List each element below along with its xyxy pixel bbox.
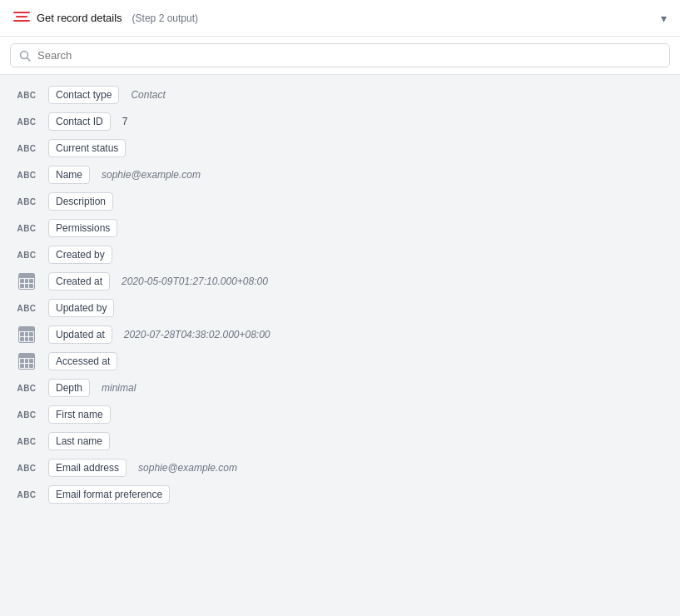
row-name: ABCNamesophie@example.com xyxy=(0,161,680,188)
chevron-down-icon[interactable]: ▾ xyxy=(661,12,667,25)
abc-type-icon: ABC xyxy=(13,432,40,450)
field-label-updated-by[interactable]: Updated by xyxy=(48,299,114,317)
field-label-contact-type[interactable]: Contact type xyxy=(48,86,119,104)
row-updated-at: Updated at2020-07-28T04:38:02.000+08:00 xyxy=(0,321,680,348)
field-label-current-status[interactable]: Current status xyxy=(48,139,126,157)
row-last-name: ABCLast name xyxy=(0,428,680,455)
field-value-name: sophie@example.com xyxy=(102,169,201,181)
abc-type-icon: ABC xyxy=(13,139,40,157)
header-title: Get record details xyxy=(37,12,122,24)
field-label-created-at[interactable]: Created at xyxy=(48,272,110,291)
header: Get record details (Step 2 output) ▾ xyxy=(0,0,680,37)
calendar-type-icon xyxy=(13,325,40,344)
field-label-updated-at[interactable]: Updated at xyxy=(48,325,112,344)
fields-list: ABCContact typeContactABCContact ID7ABCC… xyxy=(0,75,680,514)
row-description: ABCDescription xyxy=(0,188,680,215)
search-bar xyxy=(0,37,680,75)
row-contact-id: ABCContact ID7 xyxy=(0,108,680,135)
field-value-depth: minimal xyxy=(102,382,136,394)
field-label-last-name[interactable]: Last name xyxy=(48,432,110,450)
row-accessed-at: Accessed at xyxy=(0,348,680,375)
row-email-address: ABCEmail addresssophie@example.com xyxy=(0,455,680,481)
search-icon xyxy=(19,50,31,62)
svg-line-1 xyxy=(27,57,31,61)
abc-type-icon: ABC xyxy=(13,485,40,504)
field-label-permissions[interactable]: Permissions xyxy=(48,219,117,237)
row-permissions: ABCPermissions xyxy=(0,215,680,241)
row-contact-type: ABCContact typeContact xyxy=(0,82,680,108)
abc-type-icon: ABC xyxy=(13,166,40,184)
field-value-contact-id: 7 xyxy=(122,116,128,127)
abc-type-icon: ABC xyxy=(13,379,40,397)
field-value-updated-at: 2020-07-28T04:38:02.000+08:00 xyxy=(124,329,271,340)
step-icon xyxy=(13,12,30,25)
row-depth: ABCDepthminimal xyxy=(0,375,680,401)
field-label-created-by[interactable]: Created by xyxy=(48,246,112,264)
calendar-type-icon xyxy=(13,272,40,291)
abc-type-icon: ABC xyxy=(13,405,40,424)
row-first-name: ABCFirst name xyxy=(0,401,680,428)
abc-type-icon: ABC xyxy=(13,86,40,104)
field-label-depth[interactable]: Depth xyxy=(48,379,90,397)
abc-type-icon: ABC xyxy=(13,459,40,477)
row-created-at: Created at2020-05-09T01:27:10.000+08:00 xyxy=(0,268,680,295)
row-created-by: ABCCreated by xyxy=(0,241,680,268)
field-label-description[interactable]: Description xyxy=(48,192,113,211)
field-value-email-address: sophie@example.com xyxy=(138,462,237,474)
abc-type-icon: ABC xyxy=(13,192,40,211)
search-input[interactable] xyxy=(37,49,661,62)
field-value-created-at: 2020-05-09T01:27:10.000+08:00 xyxy=(122,276,268,287)
field-label-email-format-preference[interactable]: Email format preference xyxy=(48,485,170,504)
calendar-type-icon xyxy=(13,352,40,370)
field-label-first-name[interactable]: First name xyxy=(48,405,111,424)
row-email-format-preference: ABCEmail format preference xyxy=(0,481,680,508)
row-updated-by: ABCUpdated by xyxy=(0,295,680,321)
abc-type-icon: ABC xyxy=(13,112,40,131)
header-subtitle: (Step 2 output) xyxy=(132,12,198,24)
field-label-name[interactable]: Name xyxy=(48,166,90,184)
field-label-email-address[interactable]: Email address xyxy=(48,459,127,477)
abc-type-icon: ABC xyxy=(13,219,40,237)
field-value-contact-type: Contact xyxy=(131,89,165,101)
field-label-accessed-at[interactable]: Accessed at xyxy=(48,352,117,370)
abc-type-icon: ABC xyxy=(13,299,40,317)
abc-type-icon: ABC xyxy=(13,246,40,264)
field-label-contact-id[interactable]: Contact ID xyxy=(48,112,111,131)
row-current-status: ABCCurrent status xyxy=(0,135,680,161)
